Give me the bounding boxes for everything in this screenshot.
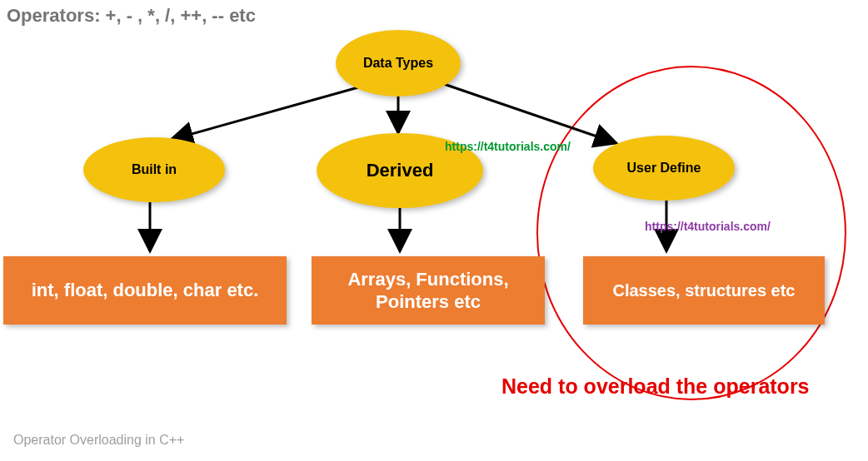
annotation-overload: Need to overload the operators	[501, 374, 810, 399]
box-derived-examples: Arrays, Functions, Pointers etc	[312, 256, 545, 325]
node-root-data-types: Data Types	[336, 30, 461, 97]
node-root-label: Data Types	[363, 56, 433, 71]
box-user-define-examples: Classes, structures etc	[583, 256, 825, 325]
caption: Operator Overloading in C++	[13, 433, 184, 448]
node-built-in-label: Built in	[132, 162, 177, 177]
box-built-in-examples: int, float, double, char etc.	[3, 256, 287, 325]
box-user-define-text: Classes, structures etc	[612, 280, 795, 301]
box-built-in-text: int, float, double, char etc.	[32, 279, 259, 302]
highlight-circle	[537, 67, 846, 399]
node-derived-label: Derived	[367, 160, 434, 181]
node-user-define: User Define	[593, 136, 735, 201]
watermark-green: https://t4tutorials.com/	[445, 140, 571, 153]
operators-title: Operators: +, - , *, /, ++, -- etc	[7, 5, 256, 27]
watermark-purple: https://t4tutorials.com/	[645, 220, 771, 233]
svg-line-0	[171, 87, 358, 140]
node-user-define-label: User Define	[627, 161, 701, 176]
node-built-in: Built in	[83, 137, 225, 202]
svg-line-2	[441, 83, 616, 143]
box-derived-text: Arrays, Functions, Pointers etc	[320, 268, 536, 314]
